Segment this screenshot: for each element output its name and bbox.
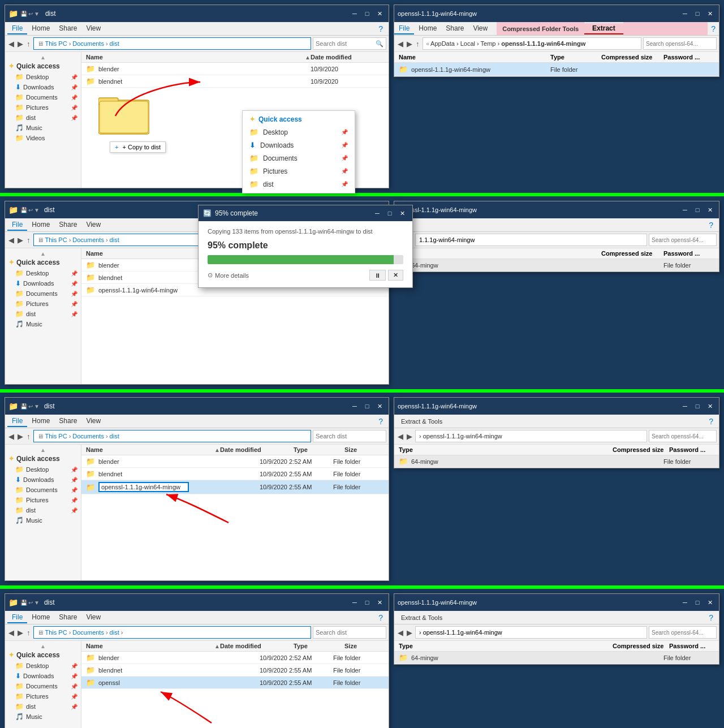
help-icon-4[interactable]: ?	[375, 613, 386, 622]
comp-up-1[interactable]: ↑	[415, 40, 421, 48]
share-tab-comp-1[interactable]: Share	[441, 23, 468, 35]
file-row-blender-4[interactable]: 📁 blender 10/9/2020 2:52 AM File folder	[81, 652, 389, 664]
file-tab-1[interactable]: File	[7, 23, 27, 35]
comp-close-3[interactable]: ✕	[704, 401, 716, 411]
forward-btn-4[interactable]: ▶	[16, 628, 24, 637]
comp-min-4[interactable]: ─	[679, 597, 691, 608]
sidebar-item-downloads-4[interactable]: ⬇ Downloads 📌	[5, 671, 81, 681]
file-tab-comp-1[interactable]: File	[394, 23, 414, 35]
up-btn-2[interactable]: ↑	[25, 236, 32, 244]
sidebar-item-downloads-3[interactable]: ⬇ Downloads 📌	[5, 475, 81, 485]
prog-min[interactable]: ─	[372, 208, 383, 218]
file-tab-2[interactable]: File	[7, 219, 27, 231]
maximize-btn-1[interactable]: □	[361, 8, 373, 19]
comp-close-2[interactable]: ✕	[704, 205, 716, 215]
close-btn-1[interactable]: ✕	[374, 8, 385, 19]
sidebar-item-music-3[interactable]: 🎵 Music	[5, 515, 81, 525]
file-tab-3[interactable]: File	[7, 416, 27, 427]
comp-min-1[interactable]: ─	[679, 8, 691, 19]
file-row-blendnet-3[interactable]: 📁 blendnet 10/9/2020 2:55 AM File folder	[81, 468, 389, 480]
sidebar-item-downloads-2[interactable]: ⬇ Downloads 📌	[5, 278, 81, 288]
sidebar-item-music-1[interactable]: 🎵 Music	[5, 123, 81, 133]
comp-search-input-4[interactable]	[652, 630, 714, 636]
home-tab-2[interactable]: Home	[27, 219, 54, 231]
quick-access-header-2[interactable]: ✦ Quick access	[5, 257, 81, 268]
comp-max-3[interactable]: □	[692, 401, 703, 411]
qa-item-documents-1[interactable]: 📁 Documents 📌	[243, 152, 355, 165]
comp-fwd-1[interactable]: ▶	[406, 40, 413, 48]
forward-btn-1[interactable]: ▶	[16, 40, 24, 48]
sidebar-item-music-2[interactable]: 🎵 Music	[5, 319, 81, 329]
comp-search-input-1[interactable]	[646, 41, 714, 47]
sidebar-item-desktop-2[interactable]: 📁 Desktop 📌	[5, 268, 81, 278]
help-icon-1[interactable]: ?	[375, 24, 386, 33]
prog-max[interactable]: □	[384, 208, 395, 218]
minimize-btn-1[interactable]: ─	[349, 8, 360, 19]
sidebar-item-documents-4[interactable]: 📁 Documents 📌	[5, 681, 81, 691]
share-tab-4[interactable]: Share	[54, 612, 81, 623]
comp-search-input-2[interactable]	[652, 237, 714, 243]
view-tab-3[interactable]: View	[81, 416, 105, 427]
quick-access-header-3[interactable]: ✦ Quick access	[5, 453, 81, 464]
file-tab-4[interactable]: File	[7, 612, 27, 623]
col-date-header-4[interactable]: Date modified	[220, 643, 294, 649]
address-path-1[interactable]: 🖥 This PC › Documents › dist	[33, 37, 312, 50]
minimize-btn-4[interactable]: ─	[349, 597, 360, 608]
sidebar-item-documents-2[interactable]: 📁 Documents 📌	[5, 288, 81, 299]
comp-file-row-2[interactable]: 📁 64-mingw File folder	[394, 259, 719, 272]
sidebar-item-videos-1[interactable]: 📁 Videos	[5, 133, 81, 143]
path-segment-dist[interactable]: dist	[110, 40, 119, 47]
file-row-openssl-4[interactable]: 📁 openssl 10/9/2020 2:55 AM File folder	[81, 677, 389, 689]
home-tab-3[interactable]: Home	[27, 416, 54, 427]
comp-path-4[interactable]: › openssl-1.1.1g-win64-mingw	[415, 626, 647, 639]
view-tab-4[interactable]: View	[81, 612, 105, 623]
comp-back-1[interactable]: ◀	[397, 40, 404, 48]
sidebar-item-pictures-2[interactable]: 📁 Pictures 📌	[5, 299, 81, 309]
up-btn-1[interactable]: ↑	[25, 40, 32, 48]
sidebar-item-pictures-1[interactable]: 📁 Pictures 📌	[5, 102, 81, 113]
more-details-btn[interactable]: ⊙ More details	[208, 272, 249, 279]
col-size-header-3[interactable]: Size	[344, 446, 384, 453]
qa-item-pictures-1[interactable]: 📁 Pictures 📌	[243, 165, 355, 178]
comp-max-2[interactable]: □	[692, 205, 703, 215]
view-tab-2[interactable]: View	[81, 219, 105, 231]
sidebar-item-pictures-3[interactable]: 📁 Pictures 📌	[5, 495, 81, 505]
comp-max-1[interactable]: □	[692, 8, 703, 19]
home-tab-1[interactable]: Home	[27, 23, 54, 35]
comp-path-1[interactable]: « AppData › Local › Temp › openssl-1.1.1…	[423, 37, 642, 50]
comp-file-row-4[interactable]: 📁 64-mingw File folder	[394, 652, 719, 664]
comp-close-4[interactable]: ✕	[704, 597, 716, 608]
sidebar-item-dist-3[interactable]: 📁 dist 📌	[5, 505, 81, 515]
col-size-header-4[interactable]: Size	[344, 643, 384, 649]
comp-close-1[interactable]: ✕	[704, 8, 716, 19]
sidebar-item-desktop-1[interactable]: 📁 Desktop 📌	[5, 72, 81, 82]
help-comp-4[interactable]: ?	[705, 613, 717, 622]
pause-btn[interactable]: ⏸	[369, 270, 386, 281]
extract-tab-1[interactable]: Extract	[584, 23, 623, 35]
file-row-blender-3[interactable]: 📁 blender 10/9/2020 2:52 AM File folder	[81, 455, 389, 468]
maximize-btn-3[interactable]: □	[361, 401, 373, 411]
help-comp-2[interactable]: ?	[705, 221, 717, 230]
help-comp-1[interactable]: ?	[708, 24, 719, 33]
sidebar-item-music-4[interactable]: 🎵 Music	[5, 712, 81, 722]
share-tab-3[interactable]: Share	[54, 416, 81, 427]
comp-min-3[interactable]: ─	[679, 401, 691, 411]
search-input-4[interactable]	[316, 629, 383, 636]
share-tab-2[interactable]: Share	[54, 219, 81, 231]
up-btn-4[interactable]: ↑	[25, 628, 32, 637]
comp-file-row-3[interactable]: 📁 64-mingw File folder	[394, 455, 719, 468]
forward-btn-2[interactable]: ▶	[16, 236, 24, 244]
forward-btn-3[interactable]: ▶	[16, 432, 24, 441]
sidebar-item-downloads-1[interactable]: ⬇ Downloads 📌	[5, 82, 81, 92]
sidebar-item-dist-4[interactable]: 📁 dist 📌	[5, 701, 81, 712]
minimize-btn-3[interactable]: ─	[349, 401, 360, 411]
search-input-1[interactable]	[316, 40, 376, 47]
comp-search-input-3[interactable]	[652, 433, 714, 440]
sidebar-item-desktop-4[interactable]: 📁 Desktop 📌	[5, 661, 81, 671]
qa-item-downloads-1[interactable]: ⬇ Downloads 📌	[243, 139, 355, 152]
search-input-3[interactable]	[316, 433, 383, 440]
close-btn-4[interactable]: ✕	[374, 597, 385, 608]
qa-item-dist-1[interactable]: 📁 dist 📌	[243, 178, 355, 191]
sidebar-item-dist-2[interactable]: 📁 dist 📌	[5, 309, 81, 319]
home-tab-comp-1[interactable]: Home	[414, 23, 441, 35]
